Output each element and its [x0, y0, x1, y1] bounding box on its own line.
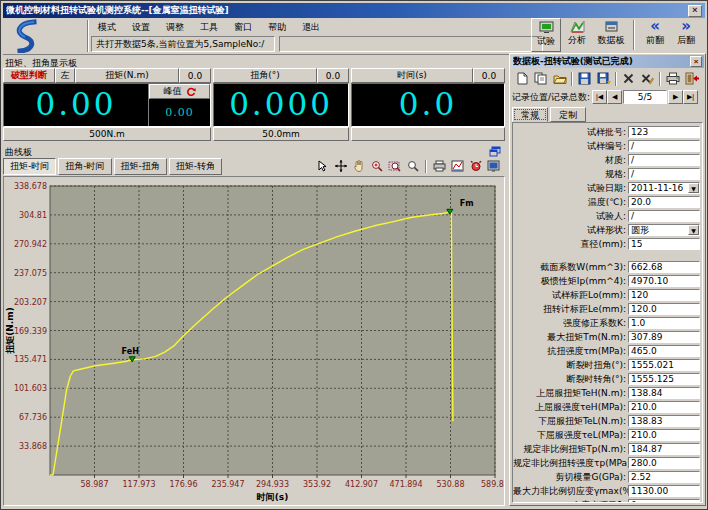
field-input[interactable]: 4970.10 [628, 275, 700, 287]
datapad-icon [604, 20, 619, 33]
field-input[interactable]: 2011-11-16▼ [628, 182, 700, 194]
form-row: 最大力非比例切应变γmax(%):1130.00 [513, 484, 700, 498]
curve-tab-1[interactable]: 扭矩-时间 [3, 158, 56, 175]
form-row: 自定义项目1:0 [513, 498, 700, 503]
test-button[interactable]: 试验 [531, 18, 561, 52]
field-input[interactable]: 0 [628, 499, 700, 503]
field-input[interactable]: 20.0 [628, 196, 700, 208]
field-input[interactable]: 184.87 [628, 443, 700, 455]
next-page-label: 后翻 [677, 34, 695, 47]
restore-window-icon[interactable] [489, 146, 501, 157]
field-input[interactable]: 210.0 [628, 429, 700, 441]
form-row: 试样标距Lo(mm):120 [513, 288, 700, 302]
save-icon[interactable] [577, 71, 592, 86]
form-row: 下屈服扭矩TeL(N.m):138.83 [513, 414, 700, 428]
break-detect-button[interactable]: 破型判断 [3, 68, 55, 83]
field-input[interactable]: / [628, 168, 700, 180]
svg-text:589.86: 589.86 [481, 480, 504, 489]
analysis-chart-icon [570, 20, 585, 33]
field-input[interactable]: 1130.00 [628, 485, 700, 497]
curve-tab-4[interactable]: 扭矩-转角 [169, 158, 222, 175]
field-label: 温度(℃): [513, 196, 628, 209]
datapad-button[interactable]: 数据板 [593, 18, 629, 52]
field-input[interactable]: 1555.021 [628, 359, 700, 371]
pan-hand-icon[interactable] [351, 159, 366, 173]
svg-text:237.075: 237.075 [14, 269, 47, 278]
delete-record-icon[interactable] [621, 71, 636, 86]
analysis-button[interactable]: 分析 [562, 18, 592, 52]
next-page-button[interactable]: » 后翻 [671, 18, 701, 52]
crosshair-icon[interactable] [333, 159, 348, 173]
new-document-icon[interactable] [514, 71, 529, 86]
field-input[interactable]: 307.89 [628, 331, 700, 343]
alarm-icon[interactable] [468, 159, 483, 173]
field-input[interactable]: 123 [628, 126, 700, 138]
prev-page-button[interactable]: « 前翻 [640, 18, 670, 52]
field-input[interactable]: 465.0 [628, 345, 700, 357]
next-record-button[interactable]: ▶ [668, 90, 683, 104]
torque-value: 0.00 [4, 84, 148, 126]
cursor-icon[interactable] [315, 159, 330, 173]
first-record-button[interactable]: |◀ [592, 90, 607, 104]
field-input[interactable]: 2.52 [628, 471, 700, 483]
time-header: 时间(s) [351, 68, 473, 83]
open-folder-icon[interactable] [552, 71, 567, 86]
field-input[interactable]: 662.68 [628, 261, 700, 273]
print-icon[interactable] [665, 71, 680, 86]
chevron-down-icon[interactable]: ▼ [688, 183, 699, 193]
form-row: 试验人:/ [513, 209, 700, 223]
field-input[interactable]: 120.0 [628, 303, 700, 315]
print-chart-icon[interactable] [432, 159, 447, 173]
field-input[interactable]: 圆形▼ [628, 224, 700, 236]
display-mode-icon[interactable] [486, 159, 501, 173]
field-input[interactable]: 280.0 [628, 457, 700, 469]
close-icon[interactable]: × [688, 5, 702, 17]
direction-left-button[interactable]: 左 [55, 68, 75, 83]
svg-text:338.678: 338.678 [14, 182, 47, 191]
curve-style-icon[interactable] [450, 159, 465, 173]
zoom-in-icon[interactable] [369, 159, 384, 173]
field-label: 规定非比例扭矩Tp(N.m): [513, 443, 628, 456]
curve-tab-2[interactable]: 扭角-时间 [58, 158, 111, 175]
clear-record-icon[interactable] [640, 71, 655, 86]
result-fields: 截面系数W(mm^3):662.68极惯性矩Ip(mm^4):4970.10试样… [513, 260, 700, 503]
field-input[interactable]: / [628, 140, 700, 152]
svg-text:270.942: 270.942 [14, 240, 47, 249]
chevron-down-icon[interactable]: ▼ [688, 225, 699, 235]
save-as-icon[interactable] [596, 71, 611, 86]
exit-icon[interactable] [684, 71, 699, 86]
field-input[interactable]: 210.0 [628, 401, 700, 413]
field-input[interactable]: 1555.125 [628, 373, 700, 385]
field-input[interactable]: 15 [628, 238, 700, 250]
menu-item-4[interactable]: 工具 [197, 20, 221, 34]
prev-record-button[interactable]: ◀ [607, 90, 622, 104]
curve-tab-3[interactable]: 扭矩-扭角 [114, 158, 167, 175]
field-input[interactable]: / [628, 154, 700, 166]
svg-text:176.96: 176.96 [170, 480, 198, 489]
menu-item-1[interactable]: 模式 [95, 20, 119, 34]
data-tab-1[interactable]: 常规 [512, 107, 548, 122]
menu-item-2[interactable]: 设置 [129, 20, 153, 34]
field-input[interactable]: 1.0 [628, 317, 700, 329]
zoom-out-icon[interactable] [405, 159, 420, 173]
field-input[interactable]: 120 [628, 289, 700, 301]
data-tab-2[interactable]: 定制 [550, 107, 586, 122]
menu-item-3[interactable]: 调整 [163, 20, 187, 34]
form-row: 扭转计标距Le(mm):120.0 [513, 302, 700, 316]
menu-item-5[interactable]: 窗口 [231, 20, 255, 34]
copy-icon[interactable] [533, 71, 548, 86]
menu-item-6[interactable]: 帮助 [265, 20, 289, 34]
refresh-peak-icon[interactable] [186, 87, 196, 97]
toolbar-separator [87, 20, 89, 52]
last-record-button[interactable]: ▶| [683, 90, 698, 104]
svg-text:101.603: 101.603 [14, 384, 47, 393]
field-label: 扭转计标距Le(mm): [513, 303, 628, 316]
field-input[interactable]: 138.84 [628, 387, 700, 399]
menu-item-7[interactable]: 退出 [299, 20, 323, 34]
close-icon[interactable]: × [690, 56, 702, 67]
field-input[interactable]: 138.83 [628, 415, 700, 427]
field-label: 上屈服强度τeH(MPa): [513, 401, 628, 414]
svg-text:353.92: 353.92 [303, 480, 331, 489]
zoom-region-icon[interactable] [387, 159, 402, 173]
field-input[interactable]: / [628, 210, 700, 222]
